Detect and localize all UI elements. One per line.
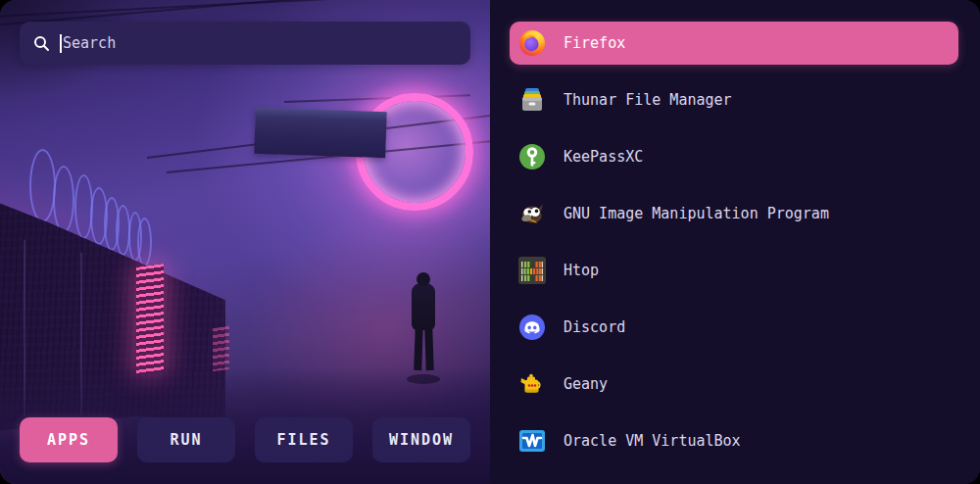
neon-shutter (213, 326, 229, 371)
background-art (0, 0, 490, 484)
thunar-icon (518, 86, 546, 114)
discord-icon (518, 314, 546, 341)
tab-window[interactable]: WINDOW (372, 417, 470, 462)
search-bar[interactable] (20, 22, 470, 65)
app-label: GNU Image Manipulation Program (564, 205, 829, 222)
app-list: Firefox Thunar File Manager (490, 0, 980, 484)
launcher-left-panel: APPS RUN FILES WINDOW (0, 0, 490, 484)
app-label: Oracle VM VirtualBox (564, 432, 741, 450)
app-label: Thunar File Manager (564, 91, 732, 109)
firefox-icon (518, 29, 546, 57)
app-row-discord[interactable]: Discord (510, 306, 958, 349)
search-input[interactable] (63, 34, 457, 52)
search-icon (33, 35, 50, 52)
billboard-sign (254, 108, 387, 159)
app-label: Geany (564, 375, 608, 393)
app-row-keepassxc[interactable]: KeePassXC (510, 135, 958, 178)
tab-bar: APPS RUN FILES WINDOW (20, 417, 470, 462)
app-row-htop[interactable]: Htop (510, 249, 958, 292)
app-label: Discord (564, 318, 625, 336)
app-label: Firefox (564, 34, 625, 52)
geany-icon (518, 370, 546, 398)
app-row-geany[interactable]: Geany (510, 363, 958, 406)
app-label: KeePassXC (564, 148, 643, 166)
tab-files[interactable]: FILES (255, 417, 353, 462)
ring-chain (53, 166, 74, 233)
tab-run[interactable]: RUN (137, 417, 235, 462)
app-row-thunar[interactable]: Thunar File Manager (510, 78, 958, 121)
app-row-virtualbox[interactable]: Oracle VM VirtualBox (510, 419, 958, 462)
keepassxc-icon (518, 143, 546, 170)
ring-chain (29, 149, 56, 222)
neon-shutter (136, 264, 164, 375)
app-row-firefox[interactable]: Firefox (510, 22, 958, 65)
tab-apps[interactable]: APPS (20, 417, 118, 462)
app-row-gimp[interactable]: GNU Image Manipulation Program (510, 192, 958, 235)
virtualbox-icon (518, 427, 546, 455)
ring-chain (137, 218, 152, 266)
gimp-icon (518, 200, 546, 227)
launcher-window: APPS RUN FILES WINDOW (0, 0, 980, 484)
htop-icon (518, 257, 546, 284)
app-label: Htop (564, 262, 599, 279)
text-caret (60, 34, 62, 53)
